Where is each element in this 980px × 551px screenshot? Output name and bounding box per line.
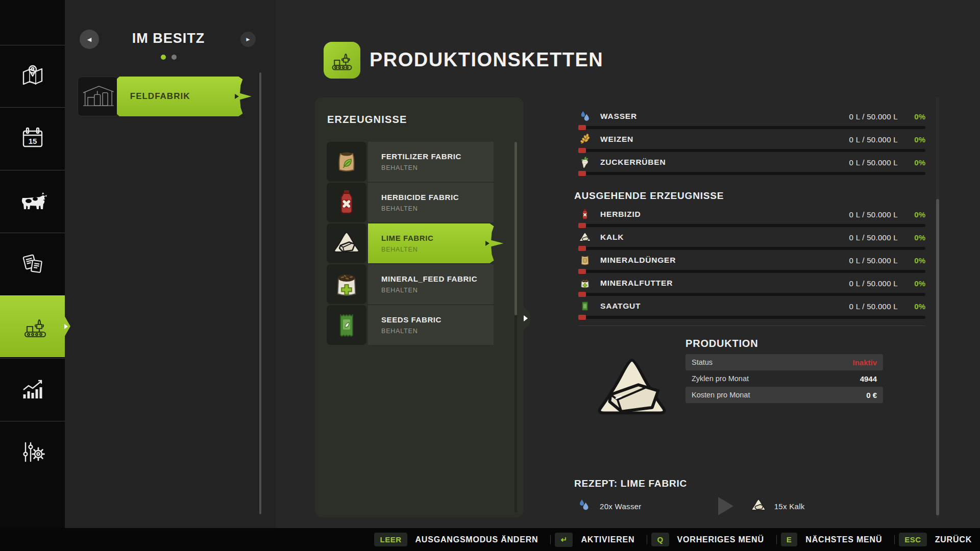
lime-icon: [578, 231, 592, 244]
factory-icon: [78, 77, 118, 116]
product-label: FERTILIZER FABRIC: [381, 152, 494, 161]
storage-amount: 0 L / 50.000 L: [849, 158, 898, 167]
production-icon: [22, 313, 48, 340]
separator: [894, 535, 895, 544]
sidebar-item-map[interactable]: [0, 45, 65, 107]
product-item-body: LIME FABRIC BEHALTEN: [368, 223, 505, 263]
storage-amount: 0 L / 50.000 L: [849, 279, 898, 288]
pager-dots: [161, 55, 177, 60]
next-page-button[interactable]: ▶: [240, 32, 256, 47]
production-row-status: Status Inaktiv: [685, 354, 883, 370]
storage-label: SAATGUT: [600, 302, 849, 311]
sidebar-item-animals[interactable]: [0, 170, 65, 232]
storage-amount: 0 L / 50.000 L: [849, 256, 898, 265]
storage-percent: 0%: [898, 112, 925, 121]
mineral-feed-icon: [578, 277, 592, 290]
recipe-row: 20x Wasser 15x Kalk: [574, 496, 805, 516]
fill-bar: [578, 270, 925, 273]
fill-bar: [578, 149, 925, 152]
action-back[interactable]: ZURÜCK: [935, 535, 972, 544]
product-mode: BEHALTEN: [381, 328, 494, 335]
storage-amount: 0 L / 50.000 L: [849, 210, 898, 219]
recipe-output-label: 15x Kalk: [774, 502, 805, 511]
owned-panel-scrollbar[interactable]: [259, 72, 261, 514]
fertilizer-icon: [327, 142, 366, 182]
separator: [647, 535, 647, 544]
storage-percent: 0%: [898, 302, 925, 311]
products-panel: ERZEUGNISSE FERTILIZER FABRIC BEHALTEN: [315, 97, 524, 517]
active-tab-arrow-icon: [64, 324, 68, 329]
key-enter[interactable]: ↵: [555, 533, 573, 547]
storage-label: KALK: [600, 233, 849, 242]
storage-label: WASSER: [600, 112, 849, 121]
key-esc[interactable]: ESC: [899, 533, 926, 546]
products-scrollbar-thumb[interactable]: [514, 142, 517, 315]
settings-icon: [19, 439, 46, 465]
storage-row-zuckerrueben: ZUCKERRÜBEN 0 L / 50.000 L 0%: [574, 155, 925, 176]
action-next-menu[interactable]: NÄCHSTES MENÜ: [805, 535, 882, 544]
storage-percent: 0%: [898, 233, 925, 242]
fill-marker: [578, 269, 586, 274]
production-row-label: Kosten pro Monat: [692, 391, 866, 399]
production-cycles-value: 4944: [860, 374, 877, 383]
production-row-label: Zyklen pro Monat: [692, 374, 860, 383]
product-item-lime-selected[interactable]: LIME FABRIC BEHALTEN: [327, 223, 516, 263]
fill-marker: [578, 315, 586, 320]
sugarbeet-icon: [578, 156, 592, 169]
prev-page-button[interactable]: ◀: [80, 30, 99, 49]
fill-bar: [578, 293, 925, 296]
chevron-right-icon: [485, 241, 489, 246]
action-activate[interactable]: AKTIVIEREN: [581, 535, 634, 544]
owned-item-feldfabrik[interactable]: FELDFABRIK: [78, 77, 252, 116]
lime-pile-image: [584, 356, 679, 422]
product-item-body: HERBICIDE FABRIC BEHALTEN: [368, 183, 494, 222]
product-item-herbicide[interactable]: HERBICIDE FABRIC BEHALTEN: [327, 183, 516, 222]
product-item-mineral-feed[interactable]: MINERAL_FEED FABRIC BEHALTEN: [327, 264, 516, 304]
panel-expand-arrow[interactable]: [521, 307, 530, 330]
statistics-icon: [19, 376, 46, 403]
product-label: SEEDS FABRIC: [381, 315, 494, 324]
storage-percent: 0%: [898, 210, 925, 219]
product-mode: BEHALTEN: [381, 205, 494, 212]
product-label: MINERAL_FEED FABRIC: [381, 274, 494, 283]
herbicide-icon: [578, 208, 592, 221]
action-change-output-mode[interactable]: AUSGANGSMODUS ÄNDERN: [415, 535, 538, 544]
storage-percent: 0%: [898, 158, 925, 167]
product-mode: BEHALTEN: [381, 246, 505, 253]
production-icon: [330, 48, 354, 72]
storage-amount: 0 L / 50.000 L: [849, 135, 898, 144]
key-space[interactable]: LEER: [374, 533, 407, 546]
right-scrollbar[interactable]: [936, 97, 939, 518]
fill-bar: [578, 247, 925, 250]
right-scrollbar-thumb[interactable]: [936, 199, 939, 515]
action-previous-menu[interactable]: VORHERIGES MENÜ: [677, 535, 764, 544]
owned-panel-title: IM BESITZ: [112, 31, 225, 46]
fill-marker: [578, 171, 586, 176]
storage-label: MINERALFUTTER: [600, 279, 849, 288]
sidebar-item-calendar[interactable]: 15: [0, 107, 65, 169]
outgoing-section-title: AUSGEHENDE ERZEUGNISSE: [574, 190, 724, 202]
key-q[interactable]: Q: [651, 533, 669, 546]
mineral-feed-icon: [327, 264, 366, 304]
sidebar-item-production[interactable]: [0, 295, 70, 357]
production-costs-value: 0 €: [866, 391, 877, 399]
separator: [550, 535, 551, 544]
sidebar-item-statistics[interactable]: [0, 358, 65, 420]
product-label: HERBICIDE FABRIC: [381, 193, 494, 202]
wheat-icon: [578, 133, 592, 146]
key-e[interactable]: E: [781, 533, 798, 546]
storage-row-wasser: WASSER 0 L / 50.000 L 0%: [574, 109, 925, 130]
bottom-key-bar: LEER AUSGANGSMODUS ÄNDERN ↵ AKTIVIEREN Q…: [0, 528, 980, 551]
sidebar-item-settings[interactable]: [0, 421, 65, 483]
product-item-fertilizer[interactable]: FERTILIZER FABRIC BEHALTEN: [327, 142, 516, 182]
recipe-section-title: REZEPT: LIME FABRIC: [574, 478, 687, 489]
sidebar-item-contracts[interactable]: [0, 233, 65, 294]
products-scrollbar[interactable]: [514, 142, 517, 512]
section-divider: [578, 325, 925, 326]
main-sidebar: 15: [0, 0, 65, 551]
production-row-costs: Kosten pro Monat 0 €: [685, 387, 883, 403]
pager-dot: [172, 55, 177, 60]
storage-row-kalk: KALK 0 L / 50.000 L 0%: [574, 230, 925, 251]
storage-label: HERBIZID: [600, 210, 849, 219]
product-item-seeds[interactable]: SEEDS FABRIC BEHALTEN: [327, 305, 516, 345]
